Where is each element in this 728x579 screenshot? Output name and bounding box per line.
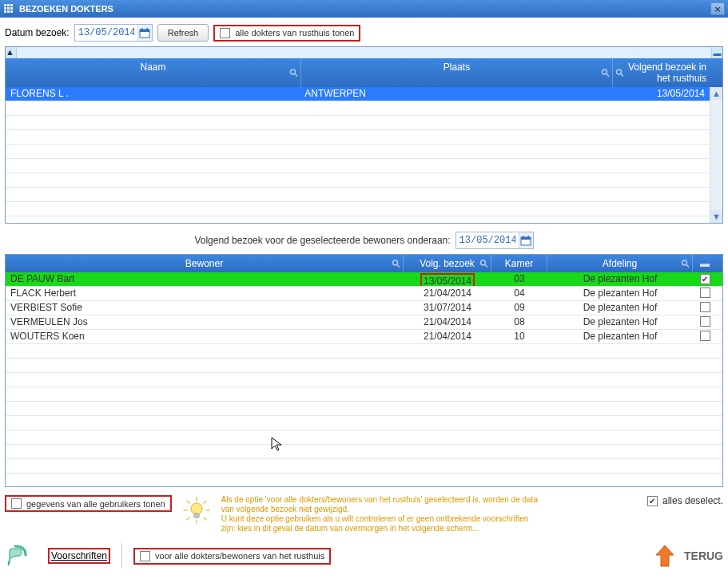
- voorschriften-link[interactable]: Voorschriften: [51, 550, 107, 561]
- cell-kamer: [491, 387, 547, 401]
- table-row[interactable]: [6, 130, 710, 145]
- table-row[interactable]: [6, 459, 722, 474]
- deselect-all-checkbox[interactable]: alles deselect.: [647, 495, 723, 506]
- for-all-doctors-checkbox[interactable]: voor alle dokters/bewoners van het rusth…: [140, 551, 324, 561]
- cell-kamer: 08: [491, 315, 547, 329]
- cell-afdeling: [547, 359, 693, 372]
- next-visit-date-field[interactable]: [455, 232, 534, 249]
- scroll-down-icon[interactable]: ▼: [710, 210, 722, 223]
- table-row[interactable]: [6, 344, 722, 359]
- col-naam[interactable]: Naam: [6, 58, 301, 87]
- row-checkbox[interactable]: [700, 331, 710, 341]
- table-row[interactable]: [6, 373, 722, 387]
- scroll-up-icon[interactable]: ▲: [710, 87, 722, 100]
- cell-afdeling: [547, 459, 693, 473]
- refresh-button[interactable]: Refresh: [157, 24, 209, 42]
- svg-line-9: [621, 74, 623, 77]
- cell-volg-bezoek: 13/05/2014: [404, 272, 491, 286]
- row-checkbox[interactable]: [700, 302, 710, 312]
- col-bewoner[interactable]: Bewoner: [6, 255, 404, 272]
- table-row[interactable]: [6, 101, 710, 116]
- col-plaats[interactable]: Plaats: [301, 58, 613, 87]
- doctors-grid-body[interactable]: FLORENS L .ANTWERPEN13/05/2014: [6, 87, 710, 223]
- svg-point-4: [291, 69, 296, 74]
- cell-naam: [6, 145, 300, 158]
- doctors-grid: ▲ ▬ Naam Plaats Volgend bezoek in het ru…: [5, 46, 723, 224]
- table-row[interactable]: [6, 216, 710, 223]
- cell-volg-bezoek: [404, 359, 491, 372]
- col-check[interactable]: ▬: [693, 255, 717, 272]
- cell-plaats: [300, 116, 610, 129]
- grid-corner-button[interactable]: ▲: [6, 47, 17, 58]
- col-volg-bezoek[interactable]: Volg. bezoek: [404, 255, 491, 272]
- row-checkbox[interactable]: [700, 288, 710, 298]
- svg-rect-2: [141, 28, 143, 30]
- calendar-icon[interactable]: [519, 232, 533, 248]
- back-button[interactable]: TERUG: [650, 541, 723, 570]
- cell-plaats: [300, 130, 610, 144]
- table-row[interactable]: [6, 145, 710, 159]
- search-icon[interactable]: [681, 260, 690, 268]
- table-row[interactable]: [6, 116, 710, 130]
- svg-line-19: [686, 265, 689, 268]
- search-icon[interactable]: [289, 69, 298, 77]
- cell-volgend: [611, 130, 710, 144]
- search-icon[interactable]: [479, 260, 488, 268]
- table-row[interactable]: [6, 159, 710, 173]
- calendar-icon[interactable]: [137, 25, 152, 41]
- visit-date-field[interactable]: [74, 24, 153, 42]
- search-icon[interactable]: [615, 69, 624, 77]
- show-all-users-checkbox[interactable]: gegevens van alle gebruikers tonen: [11, 498, 165, 509]
- table-row[interactable]: [6, 474, 722, 486]
- window-close-button[interactable]: ×: [710, 2, 725, 15]
- svg-rect-11: [521, 237, 531, 240]
- cell-afdeling: [547, 344, 693, 358]
- table-row[interactable]: VERMEULEN Jos21/04/201408De plezanten Ho…: [6, 315, 722, 330]
- col-afdeling[interactable]: Afdeling: [547, 255, 693, 272]
- next-visit-date-input[interactable]: [456, 232, 519, 248]
- table-row[interactable]: [6, 202, 710, 216]
- svg-line-25: [204, 501, 206, 503]
- col-kamer[interactable]: Kamer: [491, 255, 547, 272]
- all-doctors-checkbox[interactable]: alle dokters van rusthuis tonen: [220, 28, 354, 38]
- grid-collapse-button[interactable]: ▬: [711, 47, 722, 58]
- cell-volg-bezoek: [404, 373, 491, 387]
- cell-kamer: 10: [491, 330, 547, 343]
- visit-date-input[interactable]: [75, 25, 137, 41]
- collapse-icon[interactable]: ▬: [700, 258, 710, 269]
- table-row[interactable]: FLORENS L .ANTWERPEN13/05/2014: [6, 87, 710, 101]
- table-row[interactable]: WOUTERS Koen21/04/201410De plezanten Hof: [6, 330, 722, 344]
- svg-point-16: [481, 260, 486, 265]
- table-row[interactable]: VERBIEST Sofie31/07/201409De plezanten H…: [6, 301, 722, 315]
- residents-grid-body[interactable]: DE PAUW Bart13/05/201403De plezanten Hof…: [6, 272, 722, 486]
- table-row[interactable]: [6, 387, 722, 402]
- table-row[interactable]: DE PAUW Bart13/05/201403De plezanten Hof: [6, 272, 722, 287]
- back-label: TERUG: [684, 549, 723, 562]
- table-row[interactable]: [6, 445, 722, 459]
- table-row[interactable]: [6, 402, 722, 416]
- svg-point-14: [393, 260, 398, 265]
- table-row[interactable]: FLACK Herbert21/04/201404De plezanten Ho…: [6, 287, 722, 301]
- grid-scrollbar[interactable]: ▲ ▼: [710, 87, 722, 223]
- table-row[interactable]: [6, 416, 722, 430]
- highlight-volg-bezoek: 13/05/2014: [420, 273, 475, 286]
- col-volgend-bezoek[interactable]: Volgend bezoek in het rusthuis: [613, 58, 713, 87]
- cell-plaats: ANTWERPEN: [300, 87, 610, 101]
- cell-bewoner: [6, 430, 404, 444]
- svg-line-26: [187, 518, 189, 520]
- row-checkbox[interactable]: [700, 316, 710, 327]
- cell-check: [693, 344, 717, 358]
- table-row[interactable]: [6, 188, 710, 202]
- search-icon[interactable]: [601, 69, 610, 77]
- prescription-icon[interactable]: [5, 543, 37, 569]
- residents-grid-header: Bewoner Volg. bezoek Kamer Afdeling ▬: [6, 255, 722, 272]
- cell-volg-bezoek: 21/04/2014: [404, 287, 491, 300]
- cell-afdeling: [547, 416, 693, 430]
- table-row[interactable]: [6, 359, 722, 373]
- search-icon[interactable]: [392, 260, 400, 268]
- row-checkbox[interactable]: [700, 274, 710, 284]
- cell-volg-bezoek: 21/04/2014: [404, 330, 491, 343]
- cell-bewoner: WOUTERS Koen: [6, 330, 404, 343]
- table-row[interactable]: [6, 430, 722, 445]
- table-row[interactable]: [6, 173, 710, 188]
